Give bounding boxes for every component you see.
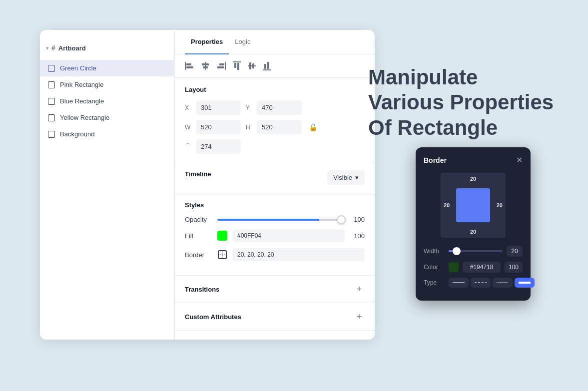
item-icon [48,98,55,105]
artboard-header: ▾ # Artboard [40,40,174,60]
border-bottom-value: 20 [470,229,476,235]
fill-hex-value[interactable]: #00FF04 [232,229,345,242]
sidebar-item-green-circle[interactable]: Green Circle [40,60,174,76]
type-buttons [449,278,535,288]
tab-properties[interactable]: Properties [185,30,229,54]
border-top-value: 20 [470,176,476,182]
sidebar-item-label: Blue Rectangle [60,97,104,105]
width-value: 20 [507,246,523,257]
sidebar-item-blue-rectangle[interactable]: Blue Rectangle [40,93,174,109]
heading-line1: Manipulate [368,65,558,90]
width-label: Width [424,248,445,255]
x-label: X [185,104,191,111]
align-bottom-button[interactable] [263,61,271,70]
type-solid-light-button[interactable] [449,278,469,288]
fill-label: Fill [185,232,212,240]
opacity-label: Opacity [185,216,212,223]
item-icon [48,131,55,138]
svg-rect-5 [203,66,208,68]
chevron-down-icon: ▾ [355,174,359,181]
svg-rect-7 [219,63,224,65]
layout-section: Layout X Y W H 🔓 ⌒ [175,78,375,162]
svg-rect-0 [185,62,186,70]
border-popup: Border ✕ 20 20 20 20 Width 20 Color #194… [416,147,531,301]
align-right-button[interactable] [217,62,226,70]
transitions-section[interactable]: Transitions + [175,276,375,303]
h-input[interactable] [257,120,302,134]
visibility-select[interactable]: Visible ▾ [327,170,365,185]
artboard-label: Artboard [58,44,86,52]
layout-title: Layout [185,86,365,93]
border-preview: 20 20 20 20 [441,173,506,238]
panel-tabs: Properties Logic [175,30,375,54]
svg-rect-14 [252,63,254,68]
align-center-h-button[interactable] [201,62,210,70]
styles-section: Styles Opacity 100 Fill #00FF04 [175,193,375,276]
heading-line3: Of Rectangle [368,115,558,140]
svg-rect-4 [202,63,209,65]
artboard-grid-icon: # [51,44,55,52]
add-attribute-button[interactable]: + [354,311,365,322]
svg-rect-13 [249,62,251,69]
align-left-button[interactable] [185,62,194,70]
sidebar-item-yellow-rectangle[interactable]: Yellow Rectangle [40,109,174,126]
heading-text: Manipulate Various Properties Of Rectang… [368,65,558,140]
sidebar: ▾ # Artboard Green Circle Pink Rectangle… [40,30,175,340]
radius-row: ⌒ [185,139,365,154]
width-slider[interactable] [449,250,503,252]
sidebar-item-background[interactable]: Background [40,126,174,142]
color-opacity-value: 100 [505,262,523,273]
lock-icon: 🔓 [309,123,317,131]
properties-panel: Properties Logic [175,30,375,340]
sidebar-item-pink-rectangle[interactable]: Pink Rectangle [40,76,174,93]
slider-track [217,219,345,221]
timeline-section: Timeline Visible ▾ [175,162,375,193]
align-top-button[interactable] [233,61,241,70]
type-dotted-button[interactable] [493,278,513,288]
opacity-value: 100 [350,216,365,223]
type-label: Type [424,279,445,286]
h-label: H [246,124,252,131]
tab-logic[interactable]: Logic [229,30,256,54]
color-hex-value[interactable]: #194718 [463,262,501,273]
styles-title: Styles [185,201,365,209]
fill-swatch[interactable] [217,231,227,241]
color-label: Color [424,264,445,271]
popup-type-row: Type [424,278,523,288]
border-left-value: 20 [444,202,450,208]
border-label: Border [185,251,212,259]
x-input[interactable] [196,100,241,115]
svg-rect-11 [237,63,239,70]
popup-header: Border ✕ [424,155,523,165]
w-input[interactable] [196,120,241,134]
color-swatch[interactable] [449,262,459,272]
border-preview-outer: 20 20 20 20 [441,173,506,238]
add-transition-button[interactable]: + [354,284,365,295]
timeline-title: Timeline [185,170,211,178]
slider-thumb [337,215,346,224]
type-dashed-button[interactable] [471,278,491,288]
svg-rect-16 [264,64,266,69]
radius-input[interactable] [196,139,241,154]
svg-rect-8 [217,66,224,68]
xy-row: X Y [185,100,365,115]
fill-row: Fill #00FF04 100 [185,229,365,242]
sidebar-item-label: Background [60,130,94,138]
opacity-slider[interactable] [217,219,345,221]
border-preview-inner [456,188,490,222]
item-icon [48,114,55,121]
svg-rect-15 [263,69,271,70]
svg-rect-3 [205,62,206,70]
close-button[interactable]: ✕ [516,155,523,165]
custom-attributes-section[interactable]: Custom Attributes + [175,303,375,331]
border-row: Border 20, 20, 20, 20 [185,248,365,261]
align-center-v-button[interactable] [248,61,256,70]
border-value[interactable]: 20, 20, 20, 20 [232,248,365,261]
type-solid-bold-button[interactable] [515,278,535,288]
svg-rect-9 [233,61,241,62]
svg-rect-17 [267,62,269,69]
svg-rect-2 [186,66,193,68]
sidebar-item-label: Pink Rectangle [60,81,103,88]
sidebar-item-label: Green Circle [60,64,96,72]
y-input[interactable] [257,100,302,115]
